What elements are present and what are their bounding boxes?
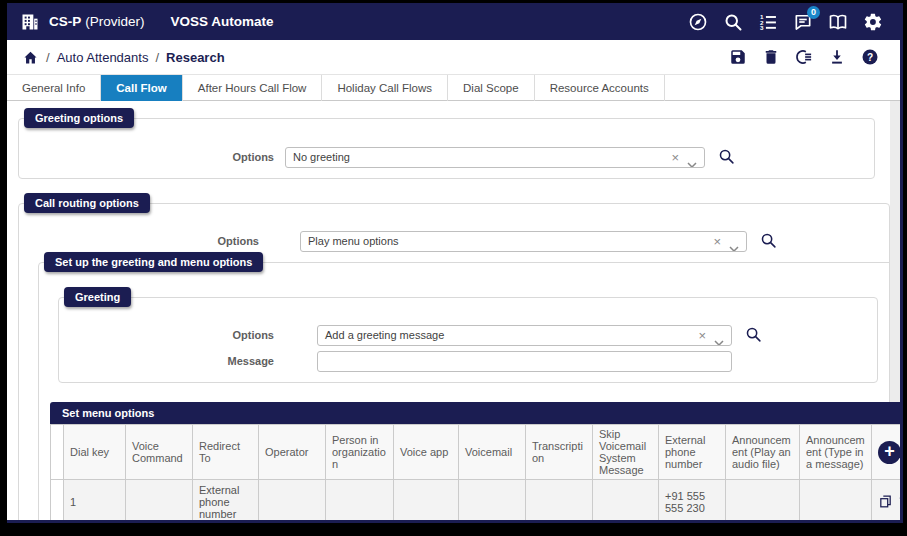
col-person-in-organization: Person in organization <box>326 425 394 480</box>
cell-announcement-audio <box>726 480 800 524</box>
col-dial-key: Dial key <box>64 425 126 480</box>
org-name: CS-P <box>49 14 81 29</box>
cell-redirect-to: External phone number <box>193 480 259 524</box>
transactions-icon[interactable] <box>795 48 813 66</box>
table-row[interactable]: 1 External phone number +91 555 555 230 <box>51 480 904 524</box>
copy-row-icon[interactable] <box>878 494 893 509</box>
greeting-options-label: Options <box>159 151 274 163</box>
cell-voicemail <box>459 480 526 524</box>
col-announcement-audio: Announcement (Play an audio file) <box>726 425 800 480</box>
explore-compass-icon[interactable] <box>688 12 708 32</box>
save-icon[interactable] <box>729 48 747 66</box>
call-routing-options-value: Play menu options <box>308 235 399 247</box>
delete-trash-icon[interactable] <box>762 48 780 66</box>
app-window: CS-P (Provider) VOSS Automate 123 0 <box>7 3 903 523</box>
chevron-down-icon[interactable] <box>714 333 724 346</box>
export-download-icon[interactable] <box>828 48 846 66</box>
cell-person-in-organization <box>326 480 394 524</box>
numbered-list-icon[interactable]: 123 <box>758 12 778 32</box>
settings-gear-icon[interactable] <box>863 12 883 32</box>
cell-announcement-message <box>800 480 872 524</box>
organization-icon <box>20 12 40 32</box>
greeting-message-option-value: Add a greeting message <box>325 329 444 341</box>
documentation-book-icon[interactable] <box>828 12 848 32</box>
col-operator: Operator <box>259 425 326 480</box>
call-routing-options-select[interactable]: Play menu options × <box>300 231 747 252</box>
chevron-down-icon[interactable] <box>687 155 697 168</box>
clear-icon[interactable]: × <box>698 326 706 345</box>
greeting-options-panel: Greeting options Options No greeting × <box>18 118 875 179</box>
notification-badge: 0 <box>807 6 820 19</box>
cell-voice-app <box>394 480 459 524</box>
greeting-options-title: Greeting options <box>24 108 134 128</box>
greeting-message-lookup-icon[interactable] <box>745 326 762 343</box>
call-routing-options-lookup-icon[interactable] <box>760 232 777 249</box>
col-voice-app: Voice app <box>394 425 459 480</box>
cell-voice-command <box>126 480 193 524</box>
row-handle-column <box>51 425 64 480</box>
tab-call-flow[interactable]: Call Flow <box>101 75 182 101</box>
svg-text:?: ? <box>867 52 873 63</box>
breadcrumb: / Auto Attendants / Research ? <box>7 40 900 75</box>
greeting-panel: Greeting Options Add a greeting message … <box>58 297 878 383</box>
tab-resource-accounts[interactable]: Resource Accounts <box>535 75 665 101</box>
table-header-row: Dial key Voice Command Redirect To Opera… <box>51 425 904 480</box>
cell-skip-voicemail-system-message <box>593 480 659 524</box>
col-voicemail: Voicemail <box>459 425 526 480</box>
delete-row-icon[interactable] <box>897 494 903 509</box>
greeting-options-select[interactable]: No greeting × <box>285 147 705 168</box>
col-external-phone-number: External phone number <box>659 425 726 480</box>
clear-icon[interactable]: × <box>671 148 679 167</box>
set-menu-options-section: Set menu options Dial key Voice Command … <box>50 402 903 523</box>
greeting-options-lookup-icon[interactable] <box>718 148 735 165</box>
breadcrumb-separator: / <box>46 50 50 65</box>
help-icon[interactable]: ? <box>861 48 879 66</box>
col-skip-voicemail-system-message: Skip Voicemail System Message <box>593 425 659 480</box>
col-transcription: Transcription <box>526 425 593 480</box>
svg-text:3: 3 <box>760 23 764 30</box>
cell-operator <box>259 480 326 524</box>
cell-actions <box>872 480 904 524</box>
home-icon[interactable] <box>22 49 39 66</box>
clear-icon[interactable]: × <box>713 232 721 251</box>
greeting-title: Greeting <box>64 287 131 307</box>
breadcrumb-current-page: Research <box>166 50 225 65</box>
call-routing-options-label: Options <box>144 235 259 247</box>
cell-transcription <box>526 480 593 524</box>
top-navbar: CS-P (Provider) VOSS Automate 123 0 <box>7 3 900 40</box>
greeting-options-field-label: Options <box>154 329 274 341</box>
cell-external-phone-number: +91 555 555 230 <box>659 480 726 524</box>
content-area: Greeting options Options No greeting × C… <box>7 101 900 520</box>
tab-bar: General Info Call Flow After Hours Call … <box>7 75 900 101</box>
col-voice-command: Voice Command <box>126 425 193 480</box>
message-field-label: Message <box>154 355 274 367</box>
breadcrumb-separator: / <box>155 50 159 65</box>
call-routing-options-title: Call routing options <box>24 193 150 213</box>
search-icon[interactable] <box>723 12 743 32</box>
tab-general-info[interactable]: General Info <box>7 75 101 101</box>
message-input[interactable] <box>317 351 732 372</box>
col-redirect-to: Redirect To <box>193 425 259 480</box>
row-handle-cell <box>51 480 64 524</box>
set-menu-options-title: Set menu options <box>50 402 903 424</box>
org-type: (Provider) <box>85 14 144 29</box>
breadcrumb-auto-attendants[interactable]: Auto Attendants <box>57 50 149 65</box>
chevron-down-icon[interactable] <box>729 239 739 252</box>
product-title: VOSS Automate <box>171 14 274 29</box>
messages-icon[interactable]: 0 <box>793 12 813 32</box>
cell-dial-key: 1 <box>64 480 126 524</box>
setup-greeting-menu-title: Set up the greeting and menu options <box>44 252 263 272</box>
tab-dial-scope[interactable]: Dial Scope <box>448 75 535 101</box>
tab-holiday-call-flows[interactable]: Holiday Call Flows <box>322 75 448 101</box>
greeting-message-select[interactable]: Add a greeting message × <box>317 325 732 346</box>
col-announcement-message: Announcement (Type in a message) <box>800 425 872 480</box>
tab-after-hours-call-flow[interactable]: After Hours Call Flow <box>183 75 323 101</box>
col-actions: + <box>872 425 904 480</box>
add-row-button[interactable]: + <box>878 441 901 464</box>
menu-options-table: Dial key Voice Command Redirect To Opera… <box>50 424 903 523</box>
greeting-options-value: No greeting <box>293 151 350 163</box>
